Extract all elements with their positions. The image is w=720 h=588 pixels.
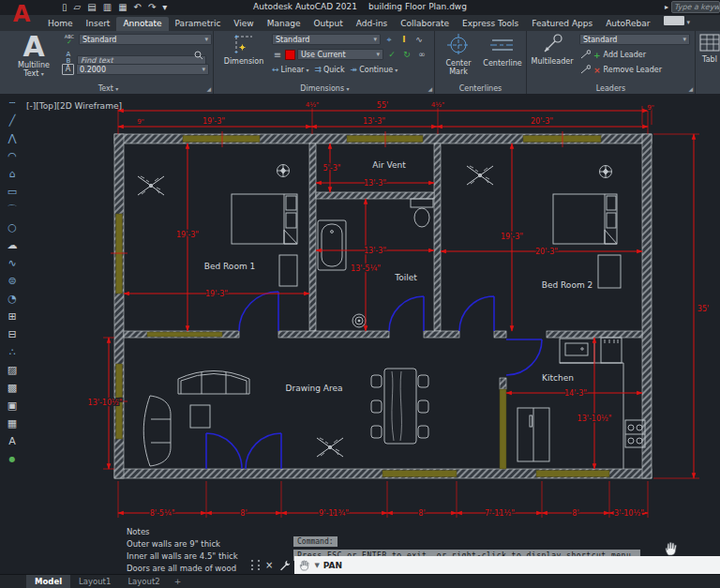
line-tool-icon[interactable]: ╱ — [9, 112, 16, 129]
tab-autorebar[interactable]: AutoRebar — [599, 17, 656, 31]
tab-output[interactable]: Output — [307, 17, 349, 31]
multileader-button[interactable]: Multileader — [527, 33, 578, 66]
light-symbol — [600, 166, 612, 178]
leaders-panel-launcher-icon[interactable]: ◢ — [688, 85, 693, 92]
arc-3-point-tool-icon[interactable]: ⌒ — [8, 201, 18, 219]
spell-check-icon[interactable]: ABC✓ — [62, 34, 77, 45]
center-mark-button[interactable]: Center Mark — [439, 33, 478, 76]
hatch-tool-icon[interactable]: ▨ — [8, 361, 17, 379]
multiline-text-button[interactable]: A Multiline Text ▾ — [9, 33, 58, 78]
tab-express-tools[interactable]: Express Tools — [456, 17, 525, 31]
text-height-select[interactable]: 0.2000▾ — [76, 64, 209, 75]
keyword-search-input[interactable]: Type a keyword — [671, 1, 720, 13]
svg-text:4½": 4½" — [306, 101, 319, 109]
dim-update-icon[interactable]: ⌖ — [382, 35, 396, 45]
center-mark-icon — [446, 33, 471, 57]
tab-featured-apps[interactable]: Featured Apps — [525, 17, 599, 31]
tab-add-ins[interactable]: Add-ins — [350, 17, 395, 31]
tab-home[interactable]: Home — [41, 17, 80, 31]
circle-tool-icon[interactable]: ○ — [8, 219, 17, 236]
search-magnifier-icon[interactable] — [194, 51, 203, 60]
arc-tool-icon[interactable]: ◠ — [8, 147, 17, 165]
dimension-button[interactable]: Dimension — [218, 33, 270, 66]
insert-block-tool-icon[interactable]: ⊞ — [8, 308, 16, 325]
note-line: Doors are all made of wood — [127, 563, 238, 574]
spline-tool-icon[interactable]: ∿ — [8, 254, 16, 272]
dim-check-icon[interactable]: ✓ — [385, 50, 398, 59]
doors[interactable] — [206, 292, 542, 469]
tab-view[interactable]: View — [227, 17, 260, 31]
gradient-tool-icon[interactable]: ▩ — [8, 379, 17, 397]
svg-text:13'-3": 13'-3" — [364, 247, 386, 255]
dimensions-panel-launcher-icon[interactable]: ◢ — [428, 85, 432, 92]
dim-reassociate-icon[interactable]: ↻ — [400, 50, 413, 59]
close-icon[interactable]: × — [265, 560, 273, 570]
layout-tab-bar: Model Layout1 Layout2 + — [0, 574, 720, 588]
tab-insert[interactable]: Insert — [80, 17, 117, 31]
dimensions-panel-footer[interactable]: Dimensions ▾ — [216, 84, 434, 93]
ellipse-arc-tool-icon[interactable]: ◔ — [8, 290, 17, 308]
panel-dimensions: Dimension Standard▾ ⌖ I ∿ ≡ Use Current▾… — [216, 31, 435, 94]
text-tool-icon[interactable]: A — [8, 432, 16, 450]
room-label-airvent: Air Vent — [372, 160, 406, 170]
tab-layout1[interactable]: Layout1 — [70, 575, 119, 588]
point-style-tool-icon[interactable]: ● — [9, 450, 16, 468]
windows[interactable] — [116, 136, 610, 477]
tab-layout2[interactable]: Layout2 — [119, 575, 168, 588]
polygon-tool-icon[interactable]: ⌂ — [9, 165, 16, 183]
dim-layer-select[interactable]: Use Current▾ — [297, 49, 383, 60]
dim-style-select[interactable]: Standard▾ — [272, 34, 381, 45]
draw-toolbar: ┄ ╱ ⋀ ◠ ⌂ ▭ ⌒ ○ ☁ ∿ ⊜ ◔ ⊞ ⊟ ∴ ▨ ▩ ▣ ▦ A … — [0, 94, 24, 468]
tab-manage[interactable]: Manage — [261, 17, 308, 31]
search-expand-icon[interactable]: ▸ — [665, 3, 668, 11]
table-button[interactable]: Tabl — [699, 33, 720, 64]
linear-dim-button[interactable]: ↔Linear▾ — [272, 65, 308, 74]
remove-leader-button[interactable]: Remove Leader — [604, 66, 662, 74]
ellipse-tool-icon[interactable]: ⊜ — [8, 272, 16, 290]
dim-text-edit-icon[interactable]: I — [398, 35, 411, 44]
active-command-text: PAN — [323, 561, 342, 570]
leader-style-select[interactable]: Standard▾ — [579, 34, 690, 45]
table-label: Tabl — [699, 55, 720, 64]
svg-text:9'-11¾": 9'-11¾" — [319, 509, 349, 518]
remove-leader-icon: × — [593, 66, 601, 75]
viewport-controls[interactable]: [-][Top][2D Wireframe] — [26, 101, 122, 111]
autocad-logo[interactable]: A — [8, 1, 36, 29]
tab-collaborate[interactable]: Collaborate — [394, 17, 456, 31]
continue-dim-button[interactable]: ↠Continue▾ — [351, 65, 398, 74]
quick-dim-button[interactable]: ⇉Quick — [314, 65, 344, 74]
table-tool-icon[interactable]: ▦ — [8, 415, 17, 432]
floor-plan-drawing[interactable]: 55' 4½" 4½" 9" 9" 19'-3" 13'-3" 20'-3" 1… — [0, 94, 720, 574]
dim-chain-icon[interactable]: ∞ — [415, 50, 428, 59]
dim-break-icon[interactable]: ∿ — [412, 35, 426, 44]
command-options-icon[interactable]: ▼ — [314, 562, 319, 569]
centerline-button[interactable]: Centerline — [482, 33, 523, 68]
command-line-grip[interactable] — [251, 560, 260, 570]
new-layout-button[interactable]: + — [169, 575, 188, 588]
construction-line-tool-icon[interactable]: ┄ — [9, 94, 16, 112]
workspace-button[interactable]: ▾ — [664, 16, 690, 28]
tab-parametric[interactable]: Parametric — [169, 17, 228, 31]
centerlines-panel-footer[interactable]: Centerlines — [435, 84, 526, 93]
coffee-table — [190, 405, 210, 428]
rectangle-tool-icon[interactable]: ▭ — [8, 183, 17, 201]
svg-text:20'-3": 20'-3" — [535, 248, 558, 256]
create-block-tool-icon[interactable]: ⊟ — [8, 325, 16, 343]
text-panel-launcher-icon[interactable]: ◢ — [206, 85, 211, 92]
add-leader-button[interactable]: Add Leader — [604, 51, 646, 59]
revision-cloud-tool-icon[interactable]: ☁ — [8, 236, 18, 254]
tab-model[interactable]: Model — [26, 575, 70, 588]
point-tool-icon[interactable]: ∴ — [9, 343, 16, 361]
arched-sofa — [178, 371, 249, 395]
wrench-icon[interactable] — [278, 559, 291, 571]
text-style-select[interactable]: Standard▾ — [79, 34, 212, 45]
region-tool-icon[interactable]: ▣ — [8, 397, 17, 415]
pan-cursor — [664, 540, 681, 561]
leaders-panel-footer[interactable]: Leaders — [527, 84, 695, 93]
polyline-tool-icon[interactable]: ⋀ — [8, 129, 16, 147]
command-input[interactable]: ▼ PAN — [294, 556, 720, 574]
app-title: Autodesk AutoCAD 2021 — [253, 2, 357, 11]
text-panel-footer[interactable]: Text ▾ — [4, 84, 213, 93]
tab-annotate[interactable]: Annotate — [116, 17, 168, 31]
model-space-canvas[interactable]: 55' 4½" 4½" 9" 9" 19'-3" 13'-3" 20'-3" 1… — [0, 94, 720, 574]
